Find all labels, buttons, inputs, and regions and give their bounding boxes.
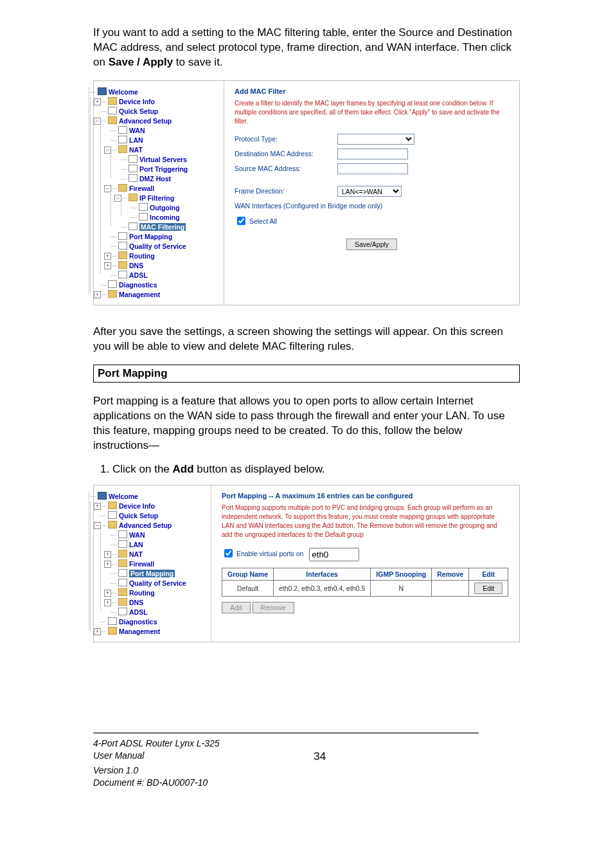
doc-icon — [118, 242, 127, 249]
nav-advanced-setup[interactable]: Advanced Setup — [119, 521, 172, 529]
cell-group: Default — [222, 581, 274, 597]
nav-nat[interactable]: NAT — [129, 550, 143, 558]
step1-a: Click on the — [112, 463, 173, 475]
expand-icon[interactable]: + — [94, 628, 101, 635]
nav-quick-setup[interactable]: Quick Setup — [119, 512, 158, 520]
nav-advanced-setup[interactable]: Advanced Setup — [119, 117, 172, 125]
nav-wan[interactable]: WAN — [129, 127, 145, 134]
nav-quick-setup[interactable]: Quick Setup — [119, 107, 158, 115]
footer-doc-id: Document #: BD-AU0007-10 — [93, 777, 520, 789]
cell-ifaces: eth0.2, eth0.3, eth0.4, eth0.5 — [274, 581, 371, 597]
folder-icon — [118, 588, 127, 596]
nav-tree: Welcome +Device Info Quick Setup −Advanc… — [94, 81, 224, 305]
footer-manual: User Manual — [93, 750, 144, 761]
col-remove: Remove — [432, 568, 469, 581]
nav-port-mapping[interactable]: Port Mapping — [129, 233, 172, 240]
edit-button[interactable]: Edit — [474, 583, 502, 594]
selectall-checkbox[interactable] — [237, 217, 245, 225]
doc-icon — [139, 203, 148, 211]
nav-ip-filtering[interactable]: IP Filtering — [139, 194, 174, 202]
expand-icon[interactable]: + — [94, 98, 101, 105]
folder-icon — [118, 261, 127, 269]
nav-welcome[interactable]: Welcome — [109, 88, 138, 96]
nav-dmz-host[interactable]: DMZ Host — [139, 175, 171, 183]
nav-dns[interactable]: DNS — [129, 599, 143, 606]
screenshot-port-mapping: Welcome +Device Info Quick Setup −Advanc… — [93, 485, 520, 642]
nav-port-mapping[interactable]: Port Mapping — [129, 570, 175, 577]
expand-icon[interactable]: + — [104, 561, 111, 568]
nav-lan[interactable]: LAN — [129, 541, 143, 548]
wan-note: WAN Interfaces (Configured in Bridge mod… — [235, 202, 509, 210]
content-desc-2: Port Mapping supports multiple port to P… — [222, 503, 509, 539]
cell-remove — [432, 581, 469, 597]
nav-incoming[interactable]: Incoming — [150, 213, 180, 221]
expand-icon[interactable]: + — [104, 551, 111, 558]
nav-mac-filtering[interactable]: MAC Filtering — [139, 223, 186, 231]
add-button[interactable]: Add — [222, 602, 251, 613]
folder-icon — [108, 290, 117, 298]
save-apply-button[interactable]: Save/Apply — [346, 239, 397, 250]
nav-diagnostics[interactable]: Diagnostics — [119, 618, 157, 626]
doc-icon — [129, 165, 138, 172]
pm-intro: Port mapping is a feature that allows yo… — [93, 394, 520, 453]
protocol-label: Protocol Type: — [235, 135, 337, 143]
src-mac-input[interactable] — [337, 163, 408, 174]
folder-icon — [118, 550, 127, 557]
enable-vports-value[interactable] — [309, 548, 359, 561]
nav-outgoing[interactable]: Outgoing — [150, 204, 180, 212]
nav-device-info[interactable]: Device Info — [119, 98, 155, 105]
expand-icon[interactable]: + — [94, 503, 101, 510]
folder-icon — [118, 559, 127, 567]
frame-dir-select[interactable]: LAN<=>WAN — [337, 186, 402, 197]
nav-nat[interactable]: NAT — [129, 146, 143, 154]
enable-vports-label: Enable virtual ports on — [236, 550, 303, 557]
nav-dns[interactable]: DNS — [129, 262, 143, 269]
root-icon — [98, 492, 107, 500]
nav-firewall[interactable]: Firewall — [129, 185, 154, 192]
expand-icon[interactable]: + — [104, 590, 111, 597]
expand-icon[interactable]: + — [104, 262, 111, 269]
nav-device-info[interactable]: Device Info — [119, 502, 155, 510]
intro-bold: Save / Apply — [109, 56, 173, 68]
nav-routing[interactable]: Routing — [129, 589, 155, 597]
doc-icon — [118, 569, 127, 577]
after-paragraph: After you save the settings, a screen sh… — [93, 325, 520, 354]
nav-port-triggering[interactable]: Port Triggering — [139, 165, 188, 173]
remove-button[interactable]: Remove — [253, 602, 294, 613]
folder-icon — [108, 502, 117, 509]
nav-routing[interactable]: Routing — [129, 252, 155, 260]
protocol-select[interactable] — [337, 134, 414, 145]
nav-virtual-servers[interactable]: Virtual Servers — [139, 156, 187, 163]
collapse-icon[interactable]: − — [114, 195, 121, 202]
nav-wan[interactable]: WAN — [129, 531, 145, 539]
nav-diagnostics[interactable]: Diagnostics — [119, 281, 157, 289]
collapse-icon[interactable]: − — [94, 522, 101, 529]
nav-lan[interactable]: LAN — [129, 136, 143, 144]
doc-icon — [118, 530, 127, 538]
nav-adsl[interactable]: ADSL — [129, 271, 148, 279]
nav-welcome[interactable]: Welcome — [109, 493, 138, 500]
doc-icon — [129, 174, 138, 182]
nav-qos[interactable]: Quality of Service — [129, 242, 186, 250]
nav-management[interactable]: Management — [119, 628, 160, 635]
content-title: Add MAC Filter — [235, 87, 509, 95]
enable-vports-checkbox[interactable] — [224, 549, 233, 557]
table-row: Default eth0.2, eth0.3, eth0.4, eth0.5 N… — [222, 581, 508, 597]
collapse-icon[interactable]: − — [94, 118, 101, 125]
nav-qos[interactable]: Quality of Service — [129, 579, 186, 587]
nav-firewall[interactable]: Firewall — [129, 560, 154, 568]
step1-b: Add — [173, 463, 194, 475]
col-ifaces: Interfaces — [274, 568, 371, 581]
doc-icon — [118, 136, 127, 143]
expand-icon[interactable]: + — [104, 599, 111, 606]
expand-icon[interactable]: + — [104, 253, 111, 260]
doc-icon — [118, 540, 127, 548]
collapse-icon[interactable]: − — [104, 185, 111, 192]
content-pane-2: Port Mapping -- A maximum 16 entries can… — [211, 485, 519, 642]
dest-mac-input[interactable] — [337, 149, 408, 159]
folder-icon — [108, 627, 117, 635]
collapse-icon[interactable]: − — [104, 147, 111, 154]
nav-management[interactable]: Management — [119, 291, 160, 298]
expand-icon[interactable]: + — [94, 291, 101, 298]
nav-adsl[interactable]: ADSL — [129, 608, 148, 616]
